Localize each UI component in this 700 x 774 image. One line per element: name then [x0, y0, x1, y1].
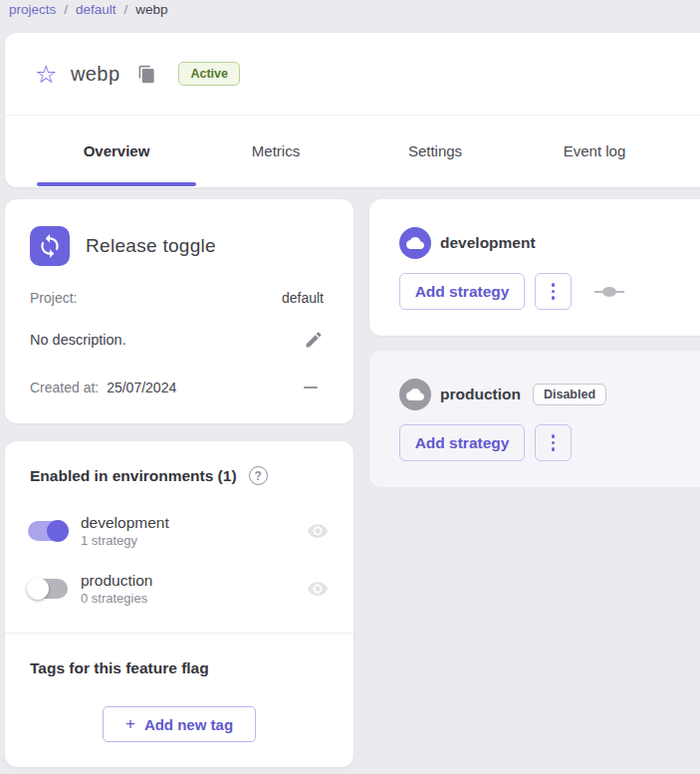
- favorite-star-icon[interactable]: ☆: [35, 62, 61, 87]
- panel-actions: Add strategy: [399, 424, 572, 461]
- active-tab-indicator: [37, 182, 196, 186]
- copy-name-icon[interactable]: [137, 65, 156, 84]
- environment-labels: development 1 strategy: [81, 514, 169, 548]
- toggle-thumb: [27, 578, 49, 600]
- project-value: default: [282, 290, 324, 306]
- section-divider: [5, 633, 353, 634]
- environment-name: development: [81, 514, 169, 532]
- environment-name: production: [81, 572, 152, 590]
- kebab-menu-button[interactable]: [535, 424, 572, 461]
- created-text: Created at: 25/07/2024: [30, 380, 176, 395]
- created-value: 25/07/2024: [107, 380, 176, 395]
- environments-heading: Enabled in environments (1) ?: [30, 466, 268, 485]
- tab-metrics[interactable]: Metrics: [196, 116, 355, 186]
- kebab-dot: [552, 447, 556, 451]
- panel-actions: Add strategy: [399, 273, 625, 310]
- environment-row-development: development 1 strategy: [28, 509, 329, 553]
- help-icon[interactable]: ?: [249, 466, 268, 485]
- release-toggle-icon: [30, 226, 70, 266]
- cloud-icon: [399, 227, 431, 259]
- kebab-dot: [552, 283, 556, 287]
- toggle-thumb: [47, 520, 69, 542]
- strategy-count: 1 strategy: [81, 533, 169, 548]
- created-row: Created at: 25/07/2024: [30, 380, 324, 395]
- add-tag-label: Add new tag: [144, 716, 233, 733]
- visibility-eye-icon[interactable]: [307, 520, 329, 542]
- environment-labels: production 0 strategies: [81, 572, 152, 606]
- flag-type-title: Release toggle: [86, 235, 216, 257]
- add-strategy-button[interactable]: Add strategy: [399, 273, 525, 310]
- kebab-dot: [552, 290, 556, 294]
- development-toggle[interactable]: [28, 521, 68, 541]
- description-row: No description.: [30, 330, 324, 350]
- disabled-badge: Disabled: [533, 384, 606, 405]
- project-row: Project: default: [30, 290, 324, 306]
- breadcrumb-current: webp: [135, 2, 167, 17]
- tab-settings[interactable]: Settings: [355, 116, 515, 186]
- breadcrumb: projects / default / webp: [9, 2, 168, 17]
- feature-name: webp: [71, 63, 119, 86]
- breadcrumb-link-default[interactable]: default: [76, 2, 117, 17]
- strategy-count: 0 strategies: [81, 591, 152, 606]
- add-new-tag-button[interactable]: + Add new tag: [103, 706, 256, 742]
- plus-icon: +: [125, 714, 135, 734]
- tab-overview[interactable]: Overview: [37, 116, 196, 186]
- status-badge: Active: [178, 62, 240, 86]
- kebab-dot: [552, 434, 556, 438]
- breadcrumb-link-projects[interactable]: projects: [9, 2, 56, 17]
- breadcrumb-separator: /: [124, 2, 128, 17]
- kebab-dot: [552, 296, 556, 300]
- description-text: No description.: [30, 332, 126, 348]
- panel-header: development: [399, 227, 536, 259]
- created-label: Created at:: [30, 380, 99, 395]
- feature-title-row: ☆ webp Active: [5, 33, 700, 116]
- kebab-menu-button[interactable]: [535, 273, 572, 310]
- feature-tabs: Overview Metrics Settings Event log: [5, 116, 700, 186]
- add-strategy-button[interactable]: Add strategy: [399, 424, 525, 461]
- breadcrumb-separator: /: [64, 2, 68, 17]
- edit-description-icon[interactable]: [304, 330, 324, 350]
- environment-panel-name: development: [440, 234, 536, 252]
- tab-event-log[interactable]: Event log: [515, 116, 674, 186]
- slider-icon: [593, 287, 625, 297]
- minus-icon: [304, 387, 318, 389]
- environment-panel-name: production: [440, 386, 521, 403]
- environments-title: Enabled in environments (1): [30, 467, 237, 485]
- production-toggle[interactable]: [28, 579, 68, 599]
- project-label: Project:: [30, 290, 77, 306]
- development-environment-panel: development Add strategy: [369, 199, 700, 336]
- kebab-dot: [552, 441, 556, 445]
- production-environment-panel: production Disabled Add strategy: [369, 351, 700, 487]
- flag-details-card: Release toggle Project: default No descr…: [5, 199, 353, 423]
- environment-row-production: production 0 strategies: [28, 567, 329, 611]
- tags-heading: Tags for this feature flag: [30, 659, 209, 677]
- feature-header-card: ☆ webp Active Overview Metrics Settings …: [5, 33, 700, 187]
- environments-card: Enabled in environments (1) ? developmen…: [5, 441, 353, 767]
- cloud-icon: [399, 379, 431, 410]
- panel-header: production Disabled: [399, 379, 606, 410]
- flag-type-header: Release toggle: [30, 226, 216, 266]
- visibility-eye-icon[interactable]: [307, 578, 329, 600]
